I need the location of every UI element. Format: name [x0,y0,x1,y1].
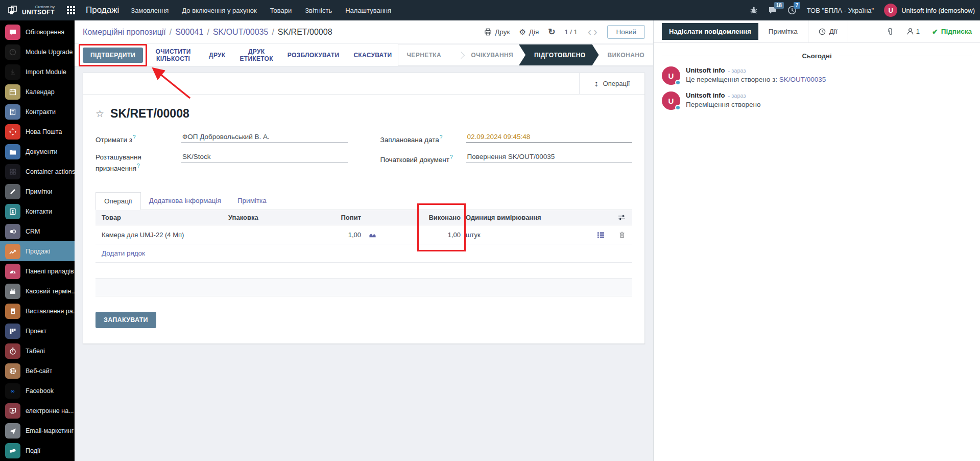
sidebar-item-website[interactable]: Веб-сайт [0,361,75,381]
source-document-input[interactable]: Повернення SK/OUT/00035 [466,152,633,163]
sidebar-item-calendar[interactable]: Календар [0,82,75,102]
print-labels-button[interactable]: ДРУК ЕТИКЕТОК [234,44,278,66]
help-icon: ? [137,163,140,169]
svg-text:∞: ∞ [11,387,15,394]
tab-note[interactable]: Примітка [229,192,275,210]
sidebar-item-elearning[interactable]: електронне на... [0,401,75,421]
print-document-button[interactable]: ДРУК [203,48,231,63]
container-actions-icon [5,164,20,179]
scheduled-date-input[interactable]: 02.09.2024 09:45:48 [466,132,633,143]
attachments-button[interactable] [886,28,894,36]
invoicing-icon [5,304,20,319]
messages-icon[interactable]: 18 [768,6,777,15]
clock-icon [819,28,826,35]
stage-waiting[interactable]: ОЧІКУВАННЯ [450,44,522,65]
menu-settings[interactable]: Налаштування [339,0,398,20]
receive-from-input[interactable]: ФОП Добровольський В. А. [181,132,348,143]
breadcrumb-s00041[interactable]: S00041 [175,28,203,37]
pager-next-icon[interactable]: › [592,27,598,38]
sidebar-item-dashboards[interactable]: Панелі приладів [0,261,75,281]
breadcrumb-quotations[interactable]: Комерційні пропозиції [83,28,166,37]
message-author[interactable]: Unitsoft info [686,66,725,74]
tab-additional-info[interactable]: Додаткова інформація [141,192,229,210]
message-body: Переміщення створено [686,101,760,108]
menu-reporting[interactable]: Звітність [298,0,339,20]
log-note-button[interactable]: Примітка [769,28,798,35]
breadcrumb-sk-out[interactable]: SK/OUT/00035 [213,28,269,37]
print-button[interactable]: Друк [484,28,510,36]
unitsoft-logo[interactable]: Custom by UNITSOFT [4,5,58,16]
online-status-dot [675,80,681,85]
record-sheet: ↕ Операції ☆ SK/RET/00008 Отримати з? ФО… [83,73,645,344]
pager-previous-icon[interactable]: ‹ [587,27,592,38]
activities-button[interactable]: Дії [819,28,838,35]
product-cell[interactable]: Камера для UMJ-22 (4 Мп) [95,231,228,239]
sidebar-item-events[interactable]: Події [0,441,75,460]
sidebar-item-container-actions[interactable]: Container actions [0,162,75,181]
favorite-star-icon[interactable]: ☆ [95,108,104,120]
discuss-icon [5,25,20,40]
subscribe-button[interactable]: ✔ Підписка [932,28,972,36]
sales-icon [5,244,20,259]
stage-draft[interactable]: ЧЕРНЕТКА [398,44,450,65]
refresh-icon[interactable]: ↻ [548,27,555,37]
delete-row-icon[interactable] [611,231,632,239]
sidebar-item-contacts[interactable]: Контакти [0,201,75,221]
activities-clock-icon[interactable]: 7 [787,6,797,15]
clear-quantities-button[interactable]: ОЧИСТИТИ КІЛЬКОСТІ [146,44,200,66]
detailed-operations-icon[interactable] [590,231,611,239]
sidebar-item-discuss[interactable]: Обговорення [0,22,75,42]
tab-operations[interactable]: Операції [95,192,141,210]
new-record-button[interactable]: Новий [607,25,645,39]
menu-products[interactable]: Товари [264,0,299,20]
gear-icon: ⚙ [519,28,525,36]
email-marketing-icon [5,423,20,439]
put-in-pack-button[interactable]: ЗАПАКУВАТИ [95,312,156,328]
menu-orders[interactable]: Замовлення [124,0,175,20]
sidebar-item-nova-poshta[interactable]: Нова Пошта [0,122,75,142]
stage-ready[interactable]: ПІДГОТОВЛЕНО [519,44,599,65]
optional-columns-icon[interactable] [611,214,632,221]
destination-location-input[interactable]: SK/Stock [181,152,348,163]
cancel-button[interactable]: СКАСУВАТИ [348,48,397,63]
sidebar-item-project[interactable]: Проект [0,321,75,341]
forecast-chart-icon[interactable] [361,231,384,239]
send-message-button[interactable]: Надіслати повідомлення [662,23,758,40]
action-buttons-row: ПІДТВЕРДИТИ ОЧИСТИТИ КІЛЬКОСТІ ДРУК ДРУК… [75,43,653,66]
message-record-link[interactable]: SK/OUT/00035 [779,76,826,83]
confirm-button[interactable]: ПІДТВЕРДИТИ [83,48,143,63]
paperclip-icon [886,28,894,36]
add-line-link[interactable]: Додати рядок [95,244,632,263]
sidebar-item-sales[interactable]: Продажі [0,241,75,261]
table-row[interactable]: Камера для UMJ-22 (4 Мп) 1,00 1,00 штук [95,225,632,244]
sidebar-item-email-marketing[interactable]: Email-маркетинг [0,421,75,441]
sidebar-item-timesheets[interactable]: Табелі [0,341,75,361]
logo-brand: UNITSOFT [22,9,55,16]
sidebar-item-pos[interactable]: Касовий термін... [0,281,75,301]
stage-done[interactable]: ВИКОНАНО [599,44,653,65]
sidebar-item-import-module[interactable]: Import Module [0,62,75,82]
printer-icon [484,28,492,36]
sidebar-item-crm[interactable]: CRM [0,221,75,241]
message-author[interactable]: Unitsoft info [686,91,725,99]
uom-cell[interactable]: штук [461,231,590,239]
followers-button[interactable]: 1 [906,28,920,35]
action-button[interactable]: ⚙ Дія [519,28,539,36]
done-cell[interactable]: 1,00 [384,231,461,239]
current-app-name[interactable]: Продажі [86,5,119,15]
menu-to-invoice[interactable]: До включення у рахунок [175,0,263,20]
demand-cell[interactable]: 1,00 [313,231,361,239]
sidebar-item-notes[interactable]: Примітки [0,181,75,201]
debug-icon[interactable] [750,6,758,14]
sidebar-item-invoicing[interactable]: Виставлення ра... [0,301,75,321]
operations-stat-button[interactable]: ↕ Операції [579,73,644,94]
apps-grid-icon[interactable] [67,6,76,15]
unlock-button[interactable]: РОЗБЛОКУВАТИ [282,48,345,63]
user-menu[interactable]: U Unitsoft info (demoshow) [884,4,975,17]
sidebar-item-documents[interactable]: Документи [0,142,75,162]
sidebar-item-contracts[interactable]: Контракти [0,102,75,122]
sidebar-item-module-upgrade[interactable]: Module Upgrade [0,42,75,62]
company-switcher[interactable]: ТОВ "БПЛА - Україна" [807,7,874,14]
messages-badge: 18 [774,2,784,9]
sidebar-item-facebook[interactable]: ∞ Facebook [0,381,75,401]
